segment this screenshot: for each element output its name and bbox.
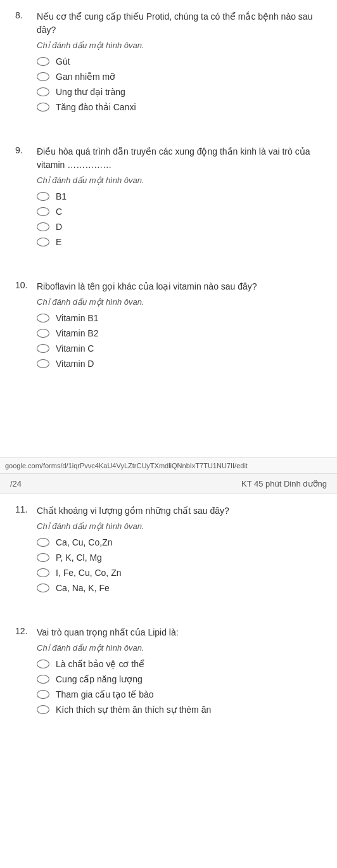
question-11-option-1[interactable]: P, K, Cl, Mg [37, 552, 322, 563]
question-11-option-3[interactable]: Ca, Na, K, Fe [37, 583, 322, 593]
question-11: 11. Chất khoáng vi lượng gồm những chất … [0, 494, 337, 606]
question-10-instruction: Chỉ đánh dấu một hình ôvan. [37, 297, 322, 307]
question-9-option-3[interactable]: E [37, 237, 322, 247]
radio-oval[interactable] [37, 675, 49, 684]
radio-oval[interactable] [37, 87, 49, 96]
question-11-option-2[interactable]: I, Fe, Cu, Co, Zn [37, 568, 322, 578]
option-label: Ung thư đại tràng [56, 87, 125, 97]
question-12-option-3[interactable]: Kích thích sự thèm ăn thích sự thèm ăn [37, 705, 322, 715]
radio-oval[interactable] [37, 329, 49, 338]
question-8-options: Gút Gan nhiễm mỡ Ung thư đại tràng Tăng … [37, 56, 322, 112]
question-8: 8. Nếu cơ thể cung cấp thiếu Protid, chú… [0, 0, 337, 125]
question-10: 10. Riboflavin là tên gọi khác của loại … [0, 270, 337, 381]
question-10-option-2[interactable]: Vitamin C [37, 343, 322, 354]
radio-oval[interactable] [37, 222, 49, 231]
radio-oval[interactable] [37, 553, 49, 562]
question-10-number: 10. [15, 280, 30, 290]
option-label: I, Fe, Cu, Co, Zn [56, 568, 121, 578]
option-label: Tham gia cấu tạo tế bào [56, 689, 154, 699]
option-label: B1 [56, 191, 67, 201]
radio-oval[interactable] [37, 690, 49, 699]
option-label: Ca, Cu, Co,Zn [56, 537, 112, 547]
question-11-instruction: Chỉ đánh dấu một hình ôvan. [37, 521, 322, 531]
question-11-text: Chất khoáng vi lượng gồm những chất sau … [37, 504, 229, 518]
radio-oval[interactable] [37, 584, 49, 592]
option-label: Ca, Na, K, Fe [56, 583, 110, 593]
question-10-option-0[interactable]: Vitamin B1 [37, 313, 322, 323]
radio-oval[interactable] [37, 568, 49, 577]
question-9-option-1[interactable]: C [37, 207, 322, 217]
question-8-option-1[interactable]: Gan nhiễm mỡ [37, 72, 322, 82]
pagination-current: /24 [10, 479, 22, 488]
option-label: Vitamin C [56, 343, 94, 354]
url-bar: google.com/forms/d/1iqrPvvc4KaU4VyLZtrCU… [0, 457, 337, 474]
radio-oval[interactable] [37, 103, 49, 112]
option-label: Vitamin D [56, 359, 94, 369]
bottom-spacer [0, 727, 337, 740]
option-label: Là chất bảo vệ cơ thể [56, 659, 144, 669]
radio-oval[interactable] [37, 314, 49, 322]
radio-oval[interactable] [37, 359, 49, 368]
option-label: Tăng đào thải Canxi [56, 102, 136, 112]
radio-oval[interactable] [37, 192, 49, 201]
radio-oval[interactable] [37, 705, 49, 714]
question-8-option-2[interactable]: Ung thư đại tràng [37, 87, 322, 97]
question-12: 12. Vai trò quan trọng nhất của Lipid là… [0, 616, 337, 727]
radio-oval[interactable] [37, 207, 49, 216]
option-label: Cung cấp năng lượng [56, 674, 143, 684]
question-12-option-2[interactable]: Tham gia cấu tạo tế bào [37, 689, 322, 699]
question-9-number: 9. [15, 145, 30, 155]
option-label: E [56, 237, 61, 247]
question-12-option-0[interactable]: Là chất bảo vệ cơ thể [37, 659, 322, 669]
empty-area [0, 381, 337, 457]
question-8-option-0[interactable]: Gút [37, 56, 322, 67]
question-9-instruction: Chỉ đánh dấu một hình ôvan. [37, 176, 322, 185]
radio-oval[interactable] [37, 344, 49, 353]
page: 8. Nếu cơ thể cung cấp thiếu Protid, chú… [0, 0, 337, 740]
option-label: Kích thích sự thèm ăn thích sự thèm ăn [56, 705, 211, 715]
question-9-text: Điều hòa quá trình dẫn truyền các xung đ… [37, 145, 322, 172]
radio-oval[interactable] [37, 660, 49, 668]
question-8-number: 8. [15, 10, 30, 20]
option-label: C [56, 207, 62, 217]
question-10-text: Riboflavin là tên gọi khác của loại vita… [37, 280, 257, 293]
question-12-number: 12. [15, 626, 30, 636]
option-label: D [56, 222, 62, 232]
question-10-options: Vitamin B1 Vitamin B2 Vitamin C Vitamin … [37, 313, 322, 369]
question-12-options: Là chất bảo vệ cơ thể Cung cấp năng lượn… [37, 659, 322, 715]
question-8-instruction: Chỉ đánh dấu một hình ôvan. [37, 41, 322, 50]
option-label: Vitamin B2 [56, 328, 98, 338]
question-10-option-3[interactable]: Vitamin D [37, 359, 322, 369]
url-text: google.com/forms/d/1iqrPvvc4KaU4VyLZtrCU… [5, 462, 248, 469]
option-label: Gan nhiễm mỡ [56, 72, 115, 82]
question-12-option-1[interactable]: Cung cấp năng lượng [37, 674, 322, 684]
option-label: Vitamin B1 [56, 313, 98, 323]
question-12-instruction: Chỉ đánh dấu một hình ôvan. [37, 643, 322, 653]
question-9: 9. Điều hòa quá trình dẫn truyền các xun… [0, 135, 337, 260]
radio-oval[interactable] [37, 57, 49, 66]
question-9-options: B1 C D E [37, 191, 322, 247]
question-9-option-2[interactable]: D [37, 222, 322, 232]
radio-oval[interactable] [37, 538, 49, 547]
radio-oval[interactable] [37, 238, 49, 246]
option-label: Gút [56, 56, 70, 67]
question-11-options: Ca, Cu, Co,Zn P, K, Cl, Mg I, Fe, Cu, Co… [37, 537, 322, 593]
option-label: P, K, Cl, Mg [56, 552, 102, 563]
pagination-title: KT 45 phút Dinh dưỡng [241, 479, 327, 488]
question-8-option-3[interactable]: Tăng đào thải Canxi [37, 102, 322, 112]
question-12-text: Vai trò quan trọng nhất của Lipid là: [37, 626, 179, 639]
question-10-option-1[interactable]: Vitamin B2 [37, 328, 322, 338]
question-11-number: 11. [15, 504, 30, 514]
radio-oval[interactable] [37, 72, 49, 81]
question-11-option-0[interactable]: Ca, Cu, Co,Zn [37, 537, 322, 547]
pagination-bar: /24 KT 45 phút Dinh dưỡng [0, 474, 337, 494]
question-8-text: Nếu cơ thể cung cấp thiếu Protid, chúng … [37, 10, 322, 37]
question-9-option-0[interactable]: B1 [37, 191, 322, 201]
